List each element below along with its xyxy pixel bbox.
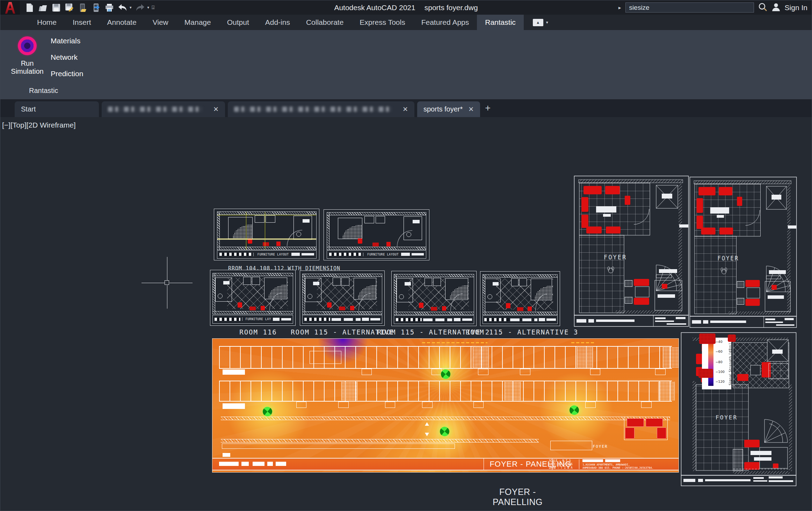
card-caption: FURNITURE LAYOUT PLAN <box>242 317 271 321</box>
bathroom <box>485 279 501 302</box>
room-plan-drawing <box>483 274 558 315</box>
red-chair <box>248 238 252 244</box>
simulation-marker-green <box>567 403 581 417</box>
room-plan-card <box>300 271 385 326</box>
signal-strength-legend: −40 −60 −80 −100 −120 Signal Strength [d… <box>702 338 731 389</box>
doc-title: sports foyer.dwg <box>425 3 478 12</box>
tab-insert[interactable]: Insert <box>65 15 99 30</box>
red-furniture <box>431 307 437 311</box>
undo-dropdown-icon[interactable]: ▾ <box>130 5 132 10</box>
tab-collaborate[interactable]: Collaborate <box>298 15 351 30</box>
file-tab-bar: Start ✕ ✕ sports foyer* ✕ + <box>0 99 812 117</box>
foyer-floor-plan-right <box>689 177 797 328</box>
card-title-block: FURNITURE LAYOUT PLAN <box>212 315 293 324</box>
open-file-icon[interactable] <box>38 3 48 12</box>
titleblock-address: 1,KUSHAN APARTMENTS, AMBAWADI, AHMEDABAD… <box>582 459 676 469</box>
file-tab-sports-foyer[interactable]: sports foyer* ✕ <box>417 101 480 117</box>
redacted-tab-text <box>108 107 203 112</box>
qat-customize-icon[interactable]: ⍗ <box>152 5 154 10</box>
card-title-block <box>302 315 382 324</box>
simulation-marker-green <box>438 425 451 438</box>
bathroom <box>215 278 232 302</box>
panel-item-materials[interactable]: Materials <box>49 33 85 49</box>
panelling-elevation-band <box>219 381 672 401</box>
search-expand-arrow-icon[interactable]: ▸ <box>618 5 621 11</box>
foyer-floor-plan-left <box>574 175 689 327</box>
tab-express-tools[interactable]: Express Tools <box>351 15 413 30</box>
room-115-alt3-label: ROOM 115 - ALTERNATIVE 3 <box>466 328 579 336</box>
ribbon-panel-rantastic: Run Simulation Materials Network Predict… <box>0 30 812 99</box>
sign-in-button[interactable]: Sign In <box>785 3 807 12</box>
run-simulation-button[interactable]: Run Simulation <box>6 32 49 89</box>
redo-icon[interactable] <box>136 3 145 12</box>
tab-annotate[interactable]: Annotate <box>99 15 145 30</box>
file-tab-start[interactable]: Start <box>15 101 99 117</box>
titleblock-meta: SCALE : N.T.S DATE:26/3/2006 DRAW : T I … <box>549 459 579 469</box>
arrow-down-marker <box>425 433 429 436</box>
tab-manage[interactable]: Manage <box>176 15 219 30</box>
tab-add-ins[interactable]: Add-ins <box>257 15 298 30</box>
red-chair <box>238 302 242 308</box>
card-title-block <box>394 315 474 324</box>
sofa-overlap <box>699 333 716 344</box>
bed <box>338 218 362 239</box>
viewport-controls[interactable]: [−][Top][2D Wireframe] <box>2 121 76 129</box>
quick-access-toolbar: ▾ ▾ ⍗ <box>25 3 154 12</box>
app-title: Autodesk AutoCAD 2021 <box>334 3 415 12</box>
file-tab-redacted-2[interactable]: ✕ <box>228 101 414 117</box>
card-caption <box>332 318 361 321</box>
foyer-label: FOYER <box>593 444 608 449</box>
tab-output[interactable]: Output <box>219 15 257 30</box>
drawing-caption: FOYER - PANELLING <box>477 487 559 507</box>
new-tab-icon[interactable]: + <box>485 103 491 114</box>
red-furniture <box>263 242 269 246</box>
room-plan-card: FURNITURE LAYOUT PLAN <box>214 209 319 260</box>
undo-icon[interactable] <box>118 3 127 12</box>
search-icon[interactable] <box>758 2 767 13</box>
ribbon-minimize-dropdown-icon[interactable]: ▾ <box>546 20 548 25</box>
red-furniture <box>249 307 256 310</box>
file-tab-redacted-1[interactable]: ✕ <box>102 101 225 117</box>
red-furniture <box>261 306 265 310</box>
room-plan-drawing <box>302 274 382 315</box>
sofa-overlap <box>698 369 713 378</box>
search-input[interactable] <box>625 2 754 13</box>
tab-rantastic[interactable]: Rantastic <box>477 15 524 30</box>
tab-home[interactable]: Home <box>29 15 65 30</box>
redo-dropdown-icon[interactable]: ▾ <box>147 5 150 10</box>
card-caption <box>423 318 452 321</box>
export-folder-icon[interactable] <box>78 3 87 12</box>
ribbon-minimize-icon[interactable]: ▲ <box>533 19 543 26</box>
room-plan-drawing <box>327 212 427 250</box>
wall-hatch-band <box>221 417 670 420</box>
card-caption: FURNITURE LAYOUT PLAN <box>363 253 399 256</box>
run-simulation-label-1: Run <box>6 59 49 67</box>
autocad-logo-icon[interactable] <box>0 0 20 15</box>
card-title-block: FURNITURE LAYOUT PLAN <box>217 250 317 259</box>
panel-item-prediction[interactable]: Prediction <box>49 65 85 82</box>
transfer-icon[interactable] <box>91 3 101 12</box>
dimension-ticks <box>571 342 595 343</box>
arrow-up-marker <box>425 422 429 426</box>
redacted-tab-text <box>234 107 392 112</box>
user-avatar-icon[interactable] <box>771 2 781 13</box>
save-as-icon[interactable] <box>65 3 74 12</box>
red-furniture <box>528 307 532 311</box>
room-plan-drawing <box>217 211 317 250</box>
close-tab-icon[interactable]: ✕ <box>213 106 219 113</box>
scale-bar <box>484 318 509 321</box>
new-file-icon[interactable] <box>25 3 34 12</box>
close-tab-icon[interactable]: ✕ <box>468 106 474 113</box>
close-tab-icon[interactable]: ✕ <box>403 106 408 113</box>
panel-item-network[interactable]: Network <box>49 49 85 65</box>
red-chair <box>419 303 423 308</box>
save-icon[interactable] <box>51 3 61 12</box>
drawing-canvas[interactable]: [−][Top][2D Wireframe] RROM 104,108,112 … <box>0 117 812 511</box>
print-icon[interactable] <box>104 3 114 12</box>
tab-featured-apps[interactable]: Featured Apps <box>413 15 477 30</box>
room-plan-card <box>391 271 477 326</box>
run-simulation-label-2: Simulation <box>6 67 49 75</box>
door-swing <box>287 230 302 246</box>
tab-view[interactable]: View <box>145 15 176 30</box>
room-plan-card <box>480 271 560 326</box>
